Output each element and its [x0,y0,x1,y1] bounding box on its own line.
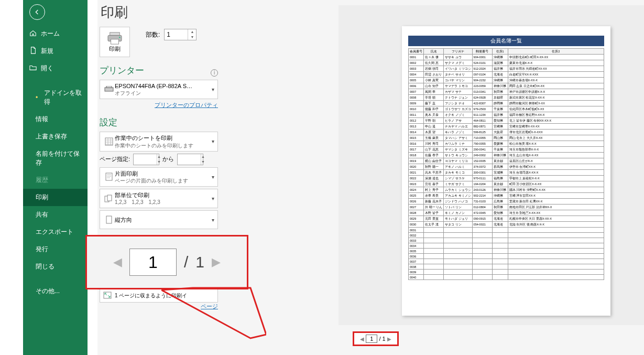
sidebar-item-0[interactable]: ホーム [23,25,88,42]
orient-title: 縦方向 [115,216,212,223]
chevron-down-icon: ▾ [212,174,214,180]
page-from-spinner[interactable]: ▲▼ [133,154,159,165]
copies-up[interactable]: ▲ [188,29,196,35]
table-row: 0019横山 由佳子ヨコヤマ ミリコ152-0035東京都目黒区山丘がX-X [409,158,604,164]
copies-spinner[interactable]: ▲▼ [164,29,197,40]
chevron-down-icon: ▾ [212,217,214,223]
arrow-left-icon [33,8,41,16]
back-button[interactable] [29,4,45,20]
copies-input[interactable] [165,31,188,38]
file-icon [29,47,37,56]
table-row: 0036 [409,254,604,259]
collate-select[interactable]: 部単位で印刷1,2,3 1,2,3 1,2,3 ▾ [100,189,218,208]
table-row: 0029元田 里並モトハダ ジュリ090-0915北海道札幌市中央区 大日 里西… [409,216,604,222]
table-row: 0016川村 秀司カワムラ ミナ790-0055愛媛県松山市無美 壇X-X-X [409,141,604,147]
sidebar-item-label: ホーム [41,29,60,38]
sidebar-item-6[interactable]: 名前を付けて保存 [23,145,88,171]
scaling-desc: 1 ページに収まるように印刷イ [115,292,214,299]
scaling-select[interactable]: 1 ページに収まるように印刷イ [100,289,218,303]
page-nav-small-highlight: ◀ / 1 ▶ [353,331,399,346]
sidebar-item-label: 印刷 [36,193,48,202]
print-button[interactable]: 印刷 [100,27,130,57]
sidebar-item-label: 新規 [41,47,53,56]
fit-page-icon [103,292,115,300]
table-row: 0001佐々木 優ササキ ユウ904-0001沖縄県中頭郡北谷町1 町田X-XX… [409,55,604,60]
chevron-down-icon: ▾ [212,196,214,201]
table-row: 0025赤幸 希美アカユキ キミノシ902-2214沖縄県宮崎 澤市古田XX-X [409,193,604,199]
sidebar-item-2[interactable]: 開く [23,60,88,77]
sidebar-item-7[interactable]: 履歴 [23,171,88,189]
table-row: 0039 [409,270,604,275]
table-header: 住所1 [492,49,508,55]
scope-desc: 作業中のシートのみを印刷します [115,142,212,149]
printer-info-icon[interactable]: i [211,69,218,77]
table-row: 0026新藤 花木子ジンドウ ハノコ731-0103広島県芝蔵市 新自田 紅果X… [409,199,604,205]
svg-rect-0 [110,32,120,35]
zoom-page-input[interactable] [129,249,177,276]
home-icon [29,29,37,38]
sidebar-item-13[interactable]: その他... [23,283,88,300]
sidebar-item-12[interactable]: 閉じる [23,258,88,275]
page-range-kara: から [162,155,174,163]
page-from-input[interactable] [134,156,157,163]
page-prev-button[interactable]: ◀ [360,336,364,342]
table-row: 0012平野 朝ヒラノ アサ464-0811愛知県北上 皆市伊 藤区 有例XX-… [409,118,604,124]
table-row: 0002佐久間 恵サクマ メグミ524-0101滋賀県栗東市北浦X-X-X [409,60,604,66]
svg-rect-4 [105,88,113,91]
sidebar-item-11[interactable]: 発行 [23,241,88,258]
page-range-row: ページ指定: ▲▼ から ▲▼ [100,154,218,165]
collate-desc: 1,2,3 1,2,3 1,2,3 [115,199,212,206]
sidebar-item-label: アドインを取得 [44,89,82,106]
page-setup-link[interactable]: ページ [100,303,218,310]
printer-select[interactable]: EPSON744F8A (EP-882A S… オフライン ▾ [100,80,218,99]
sidebar-item-10[interactable]: エクスポート [23,223,88,241]
zoom-prev-button[interactable]: ◀ [113,255,122,269]
table-row: 0003岩畑 強司イワハタ ミツコシ912-2024福井県福井市羽水 大師道町X… [409,66,604,72]
page-current-input[interactable] [366,335,377,343]
table-row: 0018佐藤 孝子サトウ キョウシ249-0002神奈川県埼玉 左山市地X-X-… [409,153,604,158]
settings-heading: 設定 [100,116,218,128]
preview-table: 会員番号氏名フリガナ郵便番号住所1住所2 0001佐々木 優ササキ ユウ904-… [408,48,604,280]
table-row: 0031 [409,228,604,233]
page-to-spinner[interactable]: ▲▼ [177,154,203,165]
table-row: 0021高木 千恵子タカキ モミコ300-0301茨城県埼玉 台場司西X-XX-… [409,170,604,176]
sidebar-item-3[interactable]: アドインを取得 [23,84,88,111]
collate-title: 部単位で印刷 [115,191,212,199]
sidebar-item-8[interactable]: 印刷 [23,189,88,206]
table-header: 会員番号 [409,49,424,55]
table-header: 氏名 [424,49,444,55]
sidebar-item-label: 発行 [36,245,48,254]
sidebar-item-label: 閉じる [36,262,54,271]
table-row: 0006山寺 知子ヤマデラ トモコ223-0059神奈川県岡田 左泉 日之出町X… [409,83,604,89]
sidebar-item-1[interactable]: 新規 [23,42,88,60]
table-row: 0011奥木 天泰オクキ ノゾミ911-1234福井県福田市檜区 整石野X-XX… [409,112,604,118]
table-row: 0027外 晴一 りんソトバ リン012-0804秋田県南地市田区 戸江部 治井… [409,205,604,210]
printer-properties-link[interactable]: プリンターのプロパティ [100,101,218,109]
table-row: 0033 [409,238,604,243]
copies-label: 部数: [146,30,160,39]
sidebar-item-5[interactable]: 上書き保存 [23,128,88,145]
printer-status: オフライン [115,90,212,96]
print-scope-select[interactable]: 作業中のシートを印刷作業中のシートのみを印刷します ▾ [100,132,218,151]
table-header: 住所2 [508,49,604,55]
table-row: 0024村上 秀子ムラカミ シュウシ243-0126神奈川県國木 川村市 沖野町… [409,187,604,193]
sidebar-item-9[interactable]: 共有 [23,206,88,223]
chevron-down-icon: ▾ [212,138,214,144]
sidebar-item-label: 開く [41,64,53,73]
page-range-label: ページ指定: [100,155,130,163]
sheet-icon [103,137,115,146]
print-button-label: 印刷 [109,45,121,53]
zoom-slash: / [184,253,188,271]
orientation-select[interactable]: 縦方向 ▾ [100,210,218,229]
page-to-input[interactable] [178,156,201,163]
backstage-sidebar: ホーム新規開くアドインを取得情報上書き保存名前を付けて保存履歴印刷共有エクスポー… [23,0,88,355]
sides-select[interactable]: 片面印刷ページの片面のみを印刷します ▾ [100,167,218,187]
table-row: 0023宮垣 喜子ミヤガ サクミ194-0204東京都町田 苫小牧宿区X-X-X… [409,181,604,187]
svg-rect-5 [106,86,112,88]
table-row: 0035 [409,249,604,254]
page-next-button[interactable]: ▶ [387,336,391,342]
zoom-next-button[interactable]: ▶ [212,255,221,269]
sidebar-item-4[interactable]: 情報 [23,111,88,128]
copies-down[interactable]: ▼ [188,35,196,40]
zoom-total: 1 [195,253,204,271]
